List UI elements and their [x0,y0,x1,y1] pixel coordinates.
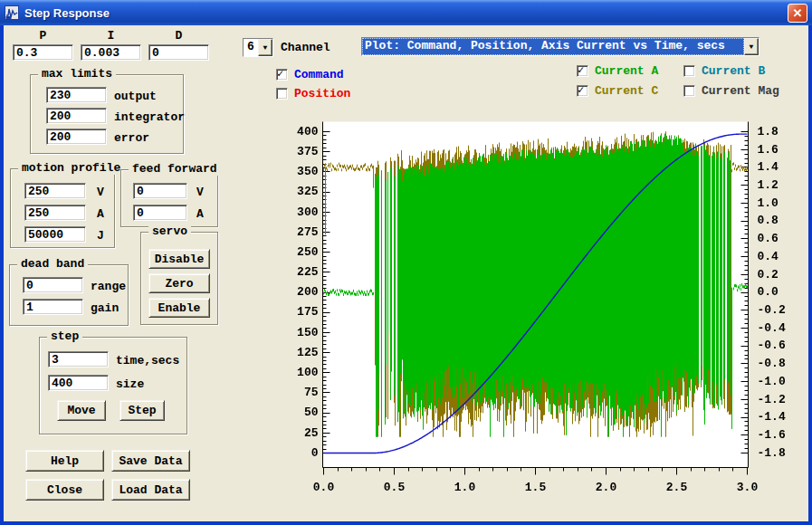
deadband-gain-label: gain [91,301,119,315]
current-c-checkbox[interactable]: ✓ [577,85,588,97]
current-a-checkbox[interactable]: ✓ [577,65,588,77]
group-motion-profile: motion profile V A J [10,168,115,248]
group-feed-forward-title: feed forward [129,162,221,176]
current-mag-checkbox[interactable]: ✓ [683,85,695,97]
current-a-checkbox-label: Current A [595,64,658,78]
group-max-limits-title: max limits [38,67,116,81]
group-step: step time,secs size Move Step [39,337,187,434]
app-icon [5,5,19,20]
chevron-down-icon: ▼ [263,43,268,52]
position-checkbox-label: Position [294,87,350,100]
enable-button[interactable]: Enable [148,298,210,318]
ff-accel-input[interactable] [133,205,187,221]
close-button[interactable]: Close [25,479,104,501]
step-response-plot[interactable] [290,107,808,514]
plot-select[interactable]: Plot: Command, Position, Axis Current vs… [361,37,759,56]
velocity-label: V [97,186,104,199]
step-time-input[interactable] [48,351,109,368]
window: Step Response ✕ P I D max limits output … [0,0,812,525]
ff-accel-label: A [196,207,204,221]
save-data-button[interactable]: Save Data [111,450,190,472]
titlebar-close-button[interactable]: ✕ [788,4,807,23]
error-limit-input[interactable] [46,129,107,145]
group-step-title: step [47,329,82,343]
accel-input[interactable] [24,205,86,221]
group-feed-forward: feed forward V A [120,169,218,227]
deadband-gain-input[interactable] [23,299,83,315]
position-checkbox[interactable]: ✓ [276,88,288,100]
move-button[interactable]: Move [57,400,106,421]
titlebar: Step Response ✕ [0,0,812,25]
channel-label: Channel [281,41,330,54]
zero-button[interactable]: Zero [148,273,210,293]
plot-select-dropdown-button[interactable]: ▼ [744,38,759,55]
integrator-limit-input[interactable] [46,108,107,124]
group-motion-profile-title: motion profile [18,161,124,175]
channel-dropdown-button[interactable]: ▼ [258,39,272,56]
check-icon: ✓ [578,83,584,97]
chevron-down-icon: ▼ [750,43,754,51]
window-body: P I D max limits output integrator error… [4,25,808,521]
step-time-label: time,secs [116,354,179,368]
group-dead-band-title: dead band [17,257,88,271]
disable-button[interactable]: Disable [148,249,210,269]
load-data-button[interactable]: Load Data [111,479,190,501]
current-b-checkbox[interactable]: ✓ [683,65,695,77]
step-button[interactable]: Step [119,400,165,421]
i-label: I [81,29,141,43]
jerk-label: J [97,229,104,243]
d-input[interactable] [148,44,209,61]
output-limit-label: output [114,90,157,103]
accel-label: A [97,207,104,221]
window-title: Step Response [24,6,788,20]
deadband-range-input[interactable] [23,277,83,293]
plot-select-value: Plot: Command, Position, Axis Current vs… [362,38,744,55]
group-servo-title: servo [148,224,191,238]
step-size-input[interactable] [48,375,109,391]
p-label: P [13,29,73,43]
group-max-limits: max limits output integrator error [30,74,184,154]
i-input[interactable] [81,44,141,61]
step-size-label: size [116,377,144,391]
output-limit-input[interactable] [46,87,107,103]
error-limit-label: error [114,131,149,145]
jerk-input[interactable] [24,226,86,243]
p-input[interactable] [13,44,73,61]
channel-select[interactable]: 6 ▼ [243,38,273,57]
deadband-range-label: range [91,280,126,293]
channel-value: 6 [244,39,258,56]
close-icon: ✕ [793,7,803,19]
check-icon: ✓ [578,63,584,77]
integrator-limit-label: integrator [114,110,185,124]
help-button[interactable]: Help [25,450,104,472]
ff-velocity-label: V [196,186,204,199]
command-checkbox-label: Command [294,68,344,81]
current-c-checkbox-label: Current C [595,84,658,98]
group-dead-band: dead band range gain [9,264,129,326]
ff-velocity-input[interactable] [133,183,187,199]
group-servo: servo Disable Zero Enable [140,232,218,325]
velocity-input[interactable] [24,183,86,199]
check-icon: ✓ [277,67,283,81]
current-mag-checkbox-label: Current Mag [702,84,779,98]
current-b-checkbox-label: Current B [702,64,765,78]
d-label: D [148,29,209,43]
command-checkbox[interactable]: ✓ [276,69,288,81]
